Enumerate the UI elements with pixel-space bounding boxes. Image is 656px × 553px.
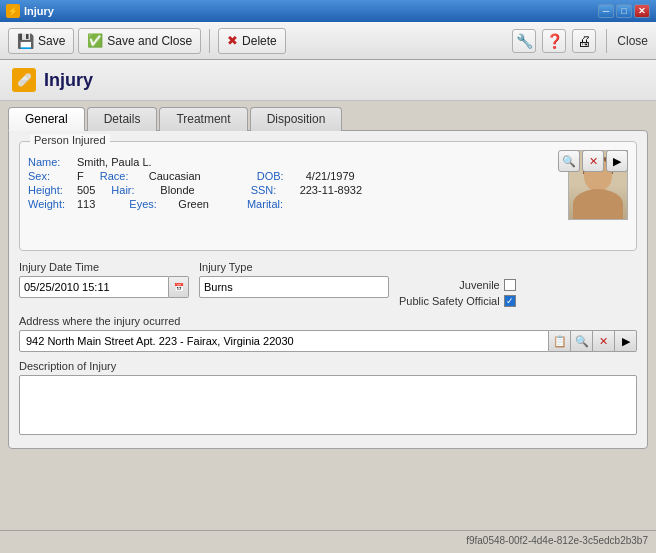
injury-type-select[interactable]: Burns Cut/Laceration Fracture Sprain Con…	[199, 276, 389, 298]
tab-treatment[interactable]: Treatment	[159, 107, 247, 131]
photo-clear-button[interactable]: ✕	[582, 150, 604, 172]
window-controls: ─ □ ✕	[598, 4, 650, 18]
dob-value: 4/21/1979	[306, 170, 355, 182]
page-icon: 🩹	[12, 68, 36, 92]
toolbar-sep2	[606, 29, 607, 53]
save-close-button[interactable]: ✅ Save and Close	[78, 28, 201, 54]
photo-search-button[interactable]: 🔍	[558, 150, 580, 172]
eyes-label: Eyes:	[129, 198, 174, 210]
checkboxes-area: Juvenile Public Safety Official ✓	[399, 261, 516, 307]
ssn-label: SSN:	[251, 184, 296, 196]
delete-label: Delete	[242, 34, 277, 48]
tab-details[interactable]: Details	[87, 107, 158, 131]
person-injured-title: Person Injured	[30, 134, 110, 146]
main-content: General Details Treatment Disposition Pe…	[0, 101, 656, 530]
injury-details-row: Injury Date Time 05/25/2010 15:11 📅 Inju…	[19, 261, 637, 307]
juvenile-label: Juvenile	[459, 279, 499, 291]
datetime-label: Injury Date Time	[19, 261, 189, 273]
address-input[interactable]	[19, 330, 549, 352]
close-window-button[interactable]: ✕	[634, 4, 650, 18]
toolbar-help-button[interactable]: ❓	[542, 29, 566, 53]
address-row: 📋 🔍 ✕ ▶	[19, 330, 637, 352]
public-safety-checkbox[interactable]: ✓	[504, 295, 516, 307]
description-label: Description of Injury	[19, 360, 637, 372]
hair-label: Hair:	[111, 184, 156, 196]
datetime-picker-button[interactable]: 📅	[169, 276, 189, 298]
toolbar-right: 🔧 ❓ 🖨 Close	[512, 29, 648, 53]
juvenile-checkbox[interactable]	[504, 279, 516, 291]
save-icon: 💾	[17, 33, 34, 49]
maximize-button[interactable]: □	[616, 4, 632, 18]
photo-nav-button[interactable]: ▶	[606, 150, 628, 172]
datetime-input[interactable]: 05/25/2010 15:11	[19, 276, 169, 298]
tab-disposition[interactable]: Disposition	[250, 107, 343, 131]
injury-type-select-wrapper: Burns Cut/Laceration Fracture Sprain Con…	[199, 276, 389, 298]
address-label: Address where the injury ocurred	[19, 315, 637, 327]
photo-actions: 🔍 ✕ ▶	[558, 150, 628, 172]
public-safety-label: Public Safety Official	[399, 295, 500, 307]
name-label: Name:	[28, 156, 73, 168]
save-button[interactable]: 💾 Save	[8, 28, 74, 54]
tab-panel: Person Injured Name: Smith, Paula L. Sex…	[8, 130, 648, 449]
race-value: Caucasian	[149, 170, 201, 182]
juvenile-row: Juvenile	[459, 279, 515, 291]
tab-general[interactable]: General	[8, 107, 85, 131]
guid-text: f9fa0548-00f2-4d4e-812e-3c5edcb2b3b7	[466, 535, 648, 546]
weight-label: Weight:	[28, 198, 73, 210]
hair-value: Blonde	[160, 184, 194, 196]
window-title: Injury	[24, 5, 54, 17]
marital-label: Marital:	[247, 198, 292, 210]
address-nav-button[interactable]: ▶	[615, 330, 637, 352]
eyes-value: Green	[178, 198, 209, 210]
race-label: Race:	[100, 170, 145, 182]
toolbar-icon-1[interactable]: 🔧	[512, 29, 536, 53]
status-bar: f9fa0548-00f2-4d4e-812e-3c5edcb2b3b7	[0, 530, 656, 550]
address-section: Address where the injury ocurred 📋 🔍 ✕ ▶	[19, 315, 637, 352]
minimize-button[interactable]: ─	[598, 4, 614, 18]
sex-label: Sex:	[28, 170, 73, 182]
tab-bar: General Details Treatment Disposition	[8, 107, 648, 131]
address-copy-button[interactable]: 📋	[549, 330, 571, 352]
description-section: Description of Injury	[19, 360, 637, 438]
injury-datetime-group: Injury Date Time 05/25/2010 15:11 📅	[19, 261, 189, 298]
description-textarea[interactable]	[19, 375, 637, 435]
sex-value: F	[77, 170, 84, 182]
address-search-button[interactable]: 🔍	[571, 330, 593, 352]
height-label: Height:	[28, 184, 73, 196]
datetime-input-wrapper: 05/25/2010 15:11 📅	[19, 276, 189, 298]
toolbar: 💾 Save ✅ Save and Close ✖ Delete 🔧 ❓ 🖨 C…	[0, 22, 656, 60]
address-clear-button[interactable]: ✕	[593, 330, 615, 352]
injury-type-group: Injury Type Burns Cut/Laceration Fractur…	[199, 261, 389, 298]
delete-icon: ✖	[227, 33, 238, 48]
save-close-label: Save and Close	[107, 34, 192, 48]
name-value: Smith, Paula L.	[77, 156, 152, 168]
save-close-icon: ✅	[87, 33, 103, 48]
injury-type-label: Injury Type	[199, 261, 389, 273]
title-bar: ⚡ Injury ─ □ ✕	[0, 0, 656, 22]
toolbar-print-button[interactable]: 🖨	[572, 29, 596, 53]
person-injured-section: Person Injured Name: Smith, Paula L. Sex…	[19, 141, 637, 251]
weight-value: 113	[77, 198, 95, 210]
dob-label: DOB:	[257, 170, 302, 182]
page-title: Injury	[44, 70, 93, 91]
public-safety-row: Public Safety Official ✓	[399, 295, 516, 307]
ssn-value: 223-11-8932	[300, 184, 362, 196]
toolbar-close-label: Close	[617, 34, 648, 48]
save-label: Save	[38, 34, 65, 48]
height-value: 505	[77, 184, 95, 196]
delete-button[interactable]: ✖ Delete	[218, 28, 286, 54]
window-icon: ⚡	[6, 4, 20, 18]
page-header: 🩹 Injury	[0, 60, 656, 101]
toolbar-separator	[209, 29, 210, 53]
address-btn-group: 📋 🔍 ✕ ▶	[549, 330, 637, 352]
